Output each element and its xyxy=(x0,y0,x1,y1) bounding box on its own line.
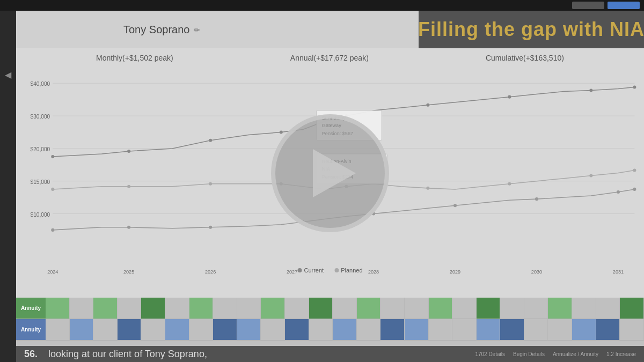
timeline-cell[interactable] xyxy=(165,298,189,319)
timeline-label-1-text: Annuity xyxy=(21,305,41,311)
timeline-cell[interactable] xyxy=(309,298,333,319)
top-bar xyxy=(0,0,644,11)
caption-detail-1: 1702 Details xyxy=(475,351,505,357)
timeline-cell[interactable] xyxy=(548,298,572,319)
timeline-cell[interactable] xyxy=(46,298,70,319)
timeline-cell[interactable] xyxy=(285,319,309,340)
sidebar-arrow-icon[interactable]: ◀ xyxy=(5,70,11,80)
timeline-cell[interactable] xyxy=(357,298,381,319)
person-name-section: Tony Soprano ✏ xyxy=(123,24,200,36)
svg-text:2030: 2030 xyxy=(531,269,542,275)
timeline-cell[interactable] xyxy=(141,298,165,319)
timeline-cell[interactable] xyxy=(93,319,118,340)
timeline-cell[interactable] xyxy=(70,298,94,319)
chart-tabs: Monthly(+$1,502 peak) Annual(+$17,672 pe… xyxy=(16,48,644,68)
svg-point-27 xyxy=(633,168,636,172)
timeline-cell[interactable] xyxy=(620,319,644,340)
timeline-cell[interactable] xyxy=(189,319,214,340)
timeline-cell[interactable] xyxy=(405,298,429,319)
timeline-cell[interactable] xyxy=(357,319,381,340)
svg-point-35 xyxy=(617,190,620,194)
svg-text:2031: 2031 xyxy=(613,269,624,275)
svg-point-15 xyxy=(426,104,429,107)
legend-planned-label: Planned xyxy=(341,267,362,274)
bottom-caption: 56. looking at our client of Tony Sopran… xyxy=(16,346,644,362)
timeline-cell[interactable] xyxy=(500,298,524,319)
svg-text:$30,000: $30,000 xyxy=(31,114,50,120)
screen: ◀ Tony Soprano ✏ Filling the gap with NI… xyxy=(0,0,644,362)
header-row: Tony Soprano ✏ Filling the gap with NIA xyxy=(16,11,644,48)
play-overlay xyxy=(271,114,389,232)
timeline-cell[interactable] xyxy=(405,319,429,340)
svg-point-12 xyxy=(209,139,212,142)
timeline-cell[interactable] xyxy=(333,298,357,319)
svg-text:$20,000: $20,000 xyxy=(31,146,50,152)
chart-area: Monthly(+$1,502 peak) Annual(+$17,672 pe… xyxy=(16,48,644,298)
main-title: Filling the gap with NIA xyxy=(419,18,644,41)
timeline-cell[interactable] xyxy=(333,319,357,340)
edit-icon[interactable]: ✏ xyxy=(194,25,200,34)
caption-detail-4: 1.2 Increase xyxy=(606,351,636,357)
svg-point-10 xyxy=(51,155,54,158)
timeline-cell[interactable] xyxy=(452,298,477,319)
timeline-cell[interactable] xyxy=(596,298,620,319)
timeline-cell[interactable] xyxy=(141,319,165,340)
caption-number: 56. xyxy=(24,349,38,360)
timeline-cell[interactable] xyxy=(429,319,453,340)
svg-point-29 xyxy=(127,226,130,229)
timeline-row-1: Annuity xyxy=(16,298,644,319)
chart-tab-monthly[interactable]: Monthly(+$1,502 peak) xyxy=(96,54,173,62)
legend-planned: Planned xyxy=(334,267,362,274)
timeline-cell[interactable] xyxy=(380,298,405,319)
timeline-cell[interactable] xyxy=(572,298,596,319)
timeline-cell[interactable] xyxy=(93,298,118,319)
legend-planned-dot xyxy=(334,268,339,272)
play-button[interactable] xyxy=(271,114,389,232)
top-bar-button2[interactable] xyxy=(608,2,640,9)
timeline-cell[interactable] xyxy=(118,319,142,340)
timeline-cell[interactable] xyxy=(213,319,237,340)
timeline-cell[interactable] xyxy=(213,298,237,319)
timeline-cell[interactable] xyxy=(46,319,70,340)
timeline-cell[interactable] xyxy=(261,298,285,319)
play-triangle-icon xyxy=(313,149,356,197)
timeline-cells-2 xyxy=(46,319,644,340)
timeline-grid: Annuity xyxy=(16,298,644,346)
svg-point-33 xyxy=(453,204,457,207)
timeline-cell[interactable] xyxy=(548,319,572,340)
timeline-cell[interactable] xyxy=(452,319,477,340)
caption-detail-3: Annualize / Annuity xyxy=(553,351,598,357)
timeline-cell[interactable] xyxy=(477,298,501,319)
timeline-cell[interactable] xyxy=(596,319,620,340)
timeline-cell[interactable] xyxy=(524,319,548,340)
timeline-cell[interactable] xyxy=(237,298,261,319)
timeline-cell[interactable] xyxy=(70,319,94,340)
timeline-cell[interactable] xyxy=(189,298,214,319)
timeline-cell[interactable] xyxy=(285,298,309,319)
timeline-cell[interactable] xyxy=(380,319,405,340)
svg-text:2025: 2025 xyxy=(123,269,134,275)
svg-point-28 xyxy=(51,228,54,232)
timeline-cell[interactable] xyxy=(620,298,644,319)
legend-current: Current xyxy=(297,267,324,274)
bottom-section: Annuity xyxy=(16,298,644,362)
timeline-cell[interactable] xyxy=(118,298,142,319)
svg-point-26 xyxy=(589,174,592,178)
timeline-cell[interactable] xyxy=(572,319,596,340)
timeline-cells-1 xyxy=(46,298,644,319)
timeline-cell[interactable] xyxy=(477,319,501,340)
timeline-cell[interactable] xyxy=(309,319,333,340)
timeline-cell[interactable] xyxy=(429,298,453,319)
timeline-cell[interactable] xyxy=(165,319,189,340)
legend-current-label: Current xyxy=(304,267,324,274)
svg-point-17 xyxy=(589,88,592,92)
timeline-cell[interactable] xyxy=(524,298,548,319)
timeline-cell[interactable] xyxy=(237,319,261,340)
chart-tab-cumulative[interactable]: Cumulative(+$163,510) xyxy=(486,54,564,62)
timeline-cell[interactable] xyxy=(261,319,285,340)
timeline-cell[interactable] xyxy=(500,319,524,340)
caption-detail-2: Begin Details xyxy=(513,351,545,357)
chart-tab-annual[interactable]: Annual(+$17,672 peak) xyxy=(290,54,369,62)
top-bar-button1[interactable] xyxy=(572,2,604,9)
timeline-row-2: Annuity xyxy=(16,319,644,341)
